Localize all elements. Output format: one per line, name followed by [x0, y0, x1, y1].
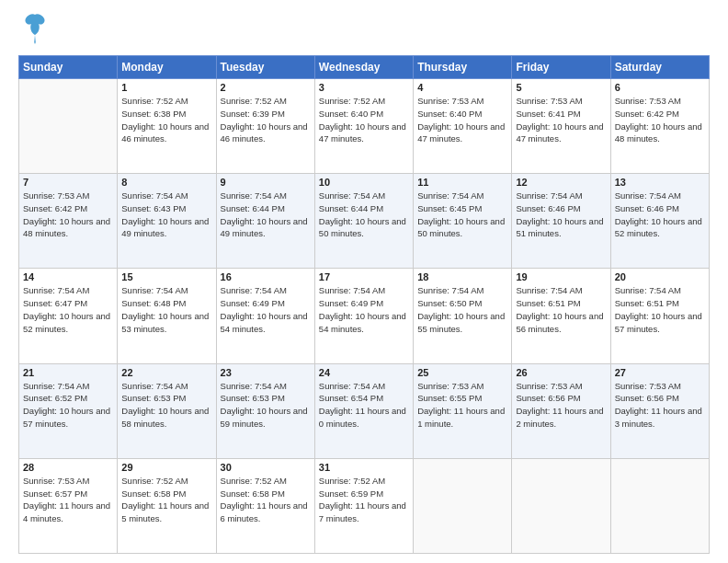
day-info: Sunrise: 7:54 AMSunset: 6:52 PMDaylight:… [23, 380, 113, 431]
day-number: 11 [417, 177, 507, 188]
day-info: Sunrise: 7:52 AMSunset: 6:59 PMDaylight:… [319, 475, 409, 525]
day-number: 16 [221, 271, 311, 282]
day-cell: 24Sunrise: 7:54 AMSunset: 6:54 PMDayligh… [314, 363, 413, 458]
header-cell-tuesday: Tuesday [216, 56, 314, 79]
day-cell: 29Sunrise: 7:52 AMSunset: 6:58 PMDayligh… [118, 458, 216, 553]
day-cell: 4Sunrise: 7:53 AMSunset: 6:40 PMDaylight… [414, 79, 512, 174]
day-number: 3 [319, 82, 409, 93]
day-cell [512, 458, 610, 553]
day-info: Sunrise: 7:54 AMSunset: 6:47 PMDaylight:… [23, 284, 113, 335]
calendar-table: SundayMondayTuesdayWednesdayThursdayFrid… [18, 55, 710, 554]
day-info: Sunrise: 7:53 AMSunset: 6:56 PMDaylight:… [516, 380, 606, 431]
day-info: Sunrise: 7:54 AMSunset: 6:51 PMDaylight:… [516, 284, 606, 335]
day-info: Sunrise: 7:53 AMSunset: 6:56 PMDaylight:… [615, 380, 705, 431]
day-number: 21 [23, 367, 113, 378]
day-cell [610, 458, 709, 553]
day-cell: 3Sunrise: 7:52 AMSunset: 6:40 PMDaylight… [314, 79, 413, 174]
day-number: 6 [615, 82, 705, 93]
day-number: 1 [121, 82, 211, 93]
day-info: Sunrise: 7:53 AMSunset: 6:42 PMDaylight:… [23, 190, 113, 240]
day-cell: 18Sunrise: 7:54 AMSunset: 6:50 PMDayligh… [414, 269, 512, 363]
day-cell: 2Sunrise: 7:52 AMSunset: 6:39 PMDaylight… [216, 79, 314, 174]
day-cell: 11Sunrise: 7:54 AMSunset: 6:45 PMDayligh… [414, 174, 512, 269]
day-cell: 10Sunrise: 7:54 AMSunset: 6:44 PMDayligh… [314, 174, 413, 269]
header [18, 17, 710, 46]
day-cell: 12Sunrise: 7:54 AMSunset: 6:46 PMDayligh… [512, 174, 610, 269]
day-number: 13 [615, 177, 705, 188]
day-cell: 25Sunrise: 7:53 AMSunset: 6:55 PMDayligh… [414, 363, 512, 458]
day-info: Sunrise: 7:53 AMSunset: 6:57 PMDaylight:… [23, 475, 113, 525]
header-cell-wednesday: Wednesday [314, 56, 413, 79]
day-info: Sunrise: 7:53 AMSunset: 6:42 PMDaylight:… [615, 95, 705, 145]
header-cell-saturday: Saturday [610, 56, 709, 79]
day-number: 9 [221, 177, 311, 188]
page: SundayMondayTuesdayWednesdayThursdayFrid… [0, 0, 728, 563]
day-info: Sunrise: 7:54 AMSunset: 6:50 PMDaylight:… [417, 284, 507, 335]
day-info: Sunrise: 7:54 AMSunset: 6:46 PMDaylight:… [516, 190, 606, 240]
day-number: 7 [23, 177, 113, 188]
day-cell [414, 458, 512, 553]
day-cell: 28Sunrise: 7:53 AMSunset: 6:57 PMDayligh… [19, 458, 118, 553]
day-number: 31 [319, 462, 409, 473]
day-cell: 23Sunrise: 7:54 AMSunset: 6:53 PMDayligh… [216, 363, 314, 458]
day-info: Sunrise: 7:54 AMSunset: 6:48 PMDaylight:… [121, 284, 211, 335]
day-number: 29 [121, 462, 211, 473]
header-cell-thursday: Thursday [414, 56, 512, 79]
day-cell: 20Sunrise: 7:54 AMSunset: 6:51 PMDayligh… [610, 269, 709, 363]
day-number: 10 [319, 177, 409, 188]
day-cell: 16Sunrise: 7:54 AMSunset: 6:49 PMDayligh… [216, 269, 314, 363]
day-cell: 21Sunrise: 7:54 AMSunset: 6:52 PMDayligh… [19, 363, 118, 458]
header-cell-monday: Monday [118, 56, 216, 79]
day-cell: 27Sunrise: 7:53 AMSunset: 6:56 PMDayligh… [610, 363, 709, 458]
day-info: Sunrise: 7:54 AMSunset: 6:54 PMDaylight:… [319, 380, 409, 431]
day-info: Sunrise: 7:54 AMSunset: 6:51 PMDaylight:… [615, 284, 705, 335]
day-cell: 1Sunrise: 7:52 AMSunset: 6:38 PMDaylight… [118, 79, 216, 174]
day-cell: 15Sunrise: 7:54 AMSunset: 6:48 PMDayligh… [118, 269, 216, 363]
day-cell: 13Sunrise: 7:54 AMSunset: 6:46 PMDayligh… [610, 174, 709, 269]
week-row-1: 1Sunrise: 7:52 AMSunset: 6:38 PMDaylight… [19, 79, 710, 174]
day-info: Sunrise: 7:54 AMSunset: 6:49 PMDaylight:… [319, 284, 409, 335]
week-row-5: 28Sunrise: 7:53 AMSunset: 6:57 PMDayligh… [19, 458, 710, 553]
day-number: 27 [615, 367, 705, 378]
day-number: 4 [417, 82, 507, 93]
day-cell: 22Sunrise: 7:54 AMSunset: 6:53 PMDayligh… [118, 363, 216, 458]
day-cell: 14Sunrise: 7:54 AMSunset: 6:47 PMDayligh… [19, 269, 118, 363]
day-info: Sunrise: 7:52 AMSunset: 6:58 PMDaylight:… [121, 475, 211, 525]
day-info: Sunrise: 7:54 AMSunset: 6:49 PMDaylight:… [221, 284, 311, 335]
day-cell: 26Sunrise: 7:53 AMSunset: 6:56 PMDayligh… [512, 363, 610, 458]
day-info: Sunrise: 7:54 AMSunset: 6:46 PMDaylight:… [615, 190, 705, 240]
day-cell: 30Sunrise: 7:52 AMSunset: 6:58 PMDayligh… [216, 458, 314, 553]
day-cell [19, 79, 118, 174]
header-cell-friday: Friday [512, 56, 610, 79]
day-info: Sunrise: 7:54 AMSunset: 6:43 PMDaylight:… [121, 190, 211, 240]
day-info: Sunrise: 7:54 AMSunset: 6:45 PMDaylight:… [417, 190, 507, 240]
day-info: Sunrise: 7:53 AMSunset: 6:41 PMDaylight:… [516, 95, 606, 145]
day-info: Sunrise: 7:54 AMSunset: 6:44 PMDaylight:… [221, 190, 311, 240]
day-info: Sunrise: 7:52 AMSunset: 6:58 PMDaylight:… [221, 475, 311, 525]
day-number: 8 [121, 177, 211, 188]
day-cell: 7Sunrise: 7:53 AMSunset: 6:42 PMDaylight… [19, 174, 118, 269]
day-number: 12 [516, 177, 606, 188]
week-row-3: 14Sunrise: 7:54 AMSunset: 6:47 PMDayligh… [19, 269, 710, 363]
day-number: 24 [319, 367, 409, 378]
day-number: 26 [516, 367, 606, 378]
day-number: 19 [516, 271, 606, 282]
header-cell-sunday: Sunday [19, 56, 118, 79]
day-number: 23 [221, 367, 311, 378]
week-row-4: 21Sunrise: 7:54 AMSunset: 6:52 PMDayligh… [19, 363, 710, 458]
day-number: 15 [121, 271, 211, 282]
day-number: 28 [23, 462, 113, 473]
day-info: Sunrise: 7:54 AMSunset: 6:53 PMDaylight:… [121, 380, 211, 431]
week-row-2: 7Sunrise: 7:53 AMSunset: 6:42 PMDaylight… [19, 174, 710, 269]
day-number: 25 [417, 367, 507, 378]
day-number: 18 [417, 271, 507, 282]
day-info: Sunrise: 7:52 AMSunset: 6:38 PMDaylight:… [121, 95, 211, 145]
day-cell: 19Sunrise: 7:54 AMSunset: 6:51 PMDayligh… [512, 269, 610, 363]
day-info: Sunrise: 7:53 AMSunset: 6:40 PMDaylight:… [417, 95, 507, 145]
day-cell: 17Sunrise: 7:54 AMSunset: 6:49 PMDayligh… [314, 269, 413, 363]
logo-bird-icon [22, 13, 48, 46]
day-info: Sunrise: 7:54 AMSunset: 6:53 PMDaylight:… [221, 380, 311, 431]
day-number: 20 [615, 271, 705, 282]
day-number: 14 [23, 271, 113, 282]
day-info: Sunrise: 7:53 AMSunset: 6:55 PMDaylight:… [417, 380, 507, 431]
